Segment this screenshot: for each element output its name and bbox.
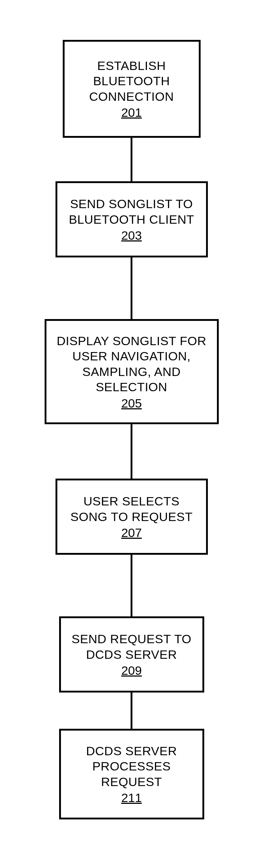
flow-node-number: 209	[121, 664, 142, 678]
flow-node-207: USER SELECTS SONG TO REQUEST 207	[56, 479, 208, 555]
flow-node-number: 203	[121, 228, 142, 243]
flow-connector	[131, 257, 132, 319]
flow-node-label: ESTABLISH BLUETOOTH CONNECTION	[89, 58, 174, 104]
flow-node-label: DISPLAY SONGLIST FOR USER NAVIGATION, SA…	[54, 333, 209, 395]
flow-node-label: SEND SONGLIST TO BLUETOOTH CLIENT	[69, 196, 194, 227]
flow-node-201: ESTABLISH BLUETOOTH CONNECTION 201	[63, 40, 201, 138]
flow-node-number: 205	[121, 396, 142, 410]
flowchart-canvas: ESTABLISH BLUETOOTH CONNECTION 201 SEND …	[0, 0, 263, 868]
flow-node-label: SEND REQUEST TO DCDS SERVER	[71, 631, 192, 662]
flow-node-203: SEND SONGLIST TO BLUETOOTH CLIENT 203	[56, 181, 208, 257]
flow-node-label: USER SELECTS SONG TO REQUEST	[70, 493, 193, 524]
flow-node-211: DCDS SERVER PROCESSES REQUEST 211	[59, 729, 204, 819]
flow-node-number: 201	[121, 106, 142, 120]
flowchart-column: ESTABLISH BLUETOOTH CONNECTION 201 SEND …	[45, 40, 219, 819]
flow-connector	[131, 138, 132, 181]
flow-connector	[131, 693, 132, 729]
flow-node-209: SEND REQUEST TO DCDS SERVER 209	[59, 616, 204, 693]
flow-node-205: DISPLAY SONGLIST FOR USER NAVIGATION, SA…	[45, 319, 219, 424]
flow-connector	[131, 555, 132, 616]
flow-node-label: DCDS SERVER PROCESSES REQUEST	[86, 743, 177, 790]
flow-node-number: 211	[121, 791, 142, 805]
flow-connector	[131, 424, 132, 479]
flow-node-number: 207	[121, 526, 142, 540]
